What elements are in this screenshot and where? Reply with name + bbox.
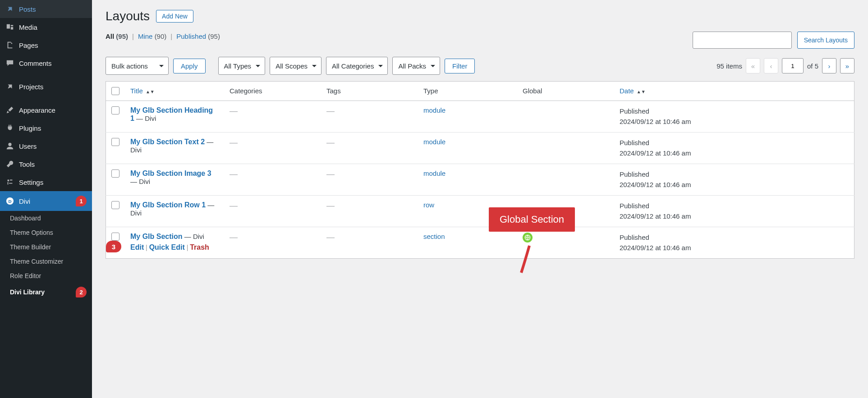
types-select[interactable]: All Types (218, 57, 266, 75)
sidebar-item-settings[interactable]: Settings (0, 173, 92, 191)
sidebar-item-comments[interactable]: Comments (0, 54, 92, 72)
date-cell: Published2024/09/12 at 10:46 am (614, 227, 854, 259)
col-tags: Tags (321, 82, 418, 101)
comment-icon (5, 59, 14, 68)
trash-link[interactable]: Trash (190, 243, 209, 251)
sidebar-label: Appearance (19, 106, 55, 114)
sidebar-label: Projects (19, 83, 43, 91)
empty-dash: — (230, 169, 238, 178)
svg-point-0 (8, 143, 11, 146)
submenu-theme-options[interactable]: Theme Options (0, 225, 92, 240)
pin-icon (5, 82, 14, 91)
sidebar-label: Plugins (19, 124, 41, 132)
table-row: My Glb Section Image 3 — Divi — — module… (106, 164, 854, 196)
bulk-actions-select[interactable]: Bulk actions (106, 57, 169, 75)
submenu-theme-builder[interactable]: Theme Builder (0, 240, 92, 254)
sidebar-item-pages[interactable]: Pages (0, 36, 92, 54)
annotation-badge-3: 3 (106, 241, 121, 252)
divi-icon: D (5, 197, 14, 206)
row-title-link[interactable]: My Glb Section (130, 233, 183, 240)
categories-select[interactable]: All Categories (326, 57, 388, 75)
date-cell: Published2024/09/12 at 10:46 am (614, 164, 854, 196)
sidebar-label: Settings (19, 178, 43, 186)
sidebar-label: Tools (19, 160, 35, 168)
col-type: Type (418, 82, 517, 101)
sidebar-item-media[interactable]: Media (0, 18, 92, 36)
search-input[interactable] (693, 32, 792, 49)
plug-icon (5, 124, 14, 133)
filter-published[interactable]: Published (95) (176, 32, 220, 40)
type-link[interactable]: row (423, 201, 434, 209)
sidebar-item-appearance[interactable]: Appearance (0, 101, 92, 119)
submenu-divi-library[interactable]: Divi Library 2 (0, 283, 92, 301)
date-cell: Published2024/09/12 at 10:46 am (614, 133, 854, 164)
sidebar-item-divi[interactable]: D Divi 1 (0, 191, 92, 211)
sort-icon: ▲▼ (146, 89, 155, 94)
pin-icon (5, 5, 14, 14)
wrench-icon (5, 160, 14, 169)
callout-arrow-icon (516, 243, 543, 279)
row-title-link[interactable]: My Glb Section Text 2 (130, 138, 205, 146)
sidebar-label: Media (19, 23, 37, 31)
search-button[interactable]: Search Layouts (797, 32, 854, 49)
submenu-theme-customizer[interactable]: Theme Customizer (0, 254, 92, 269)
prev-page-button[interactable]: ‹ (764, 58, 778, 73)
filter-mine[interactable]: Mine (90) (138, 32, 166, 40)
quick-edit-link[interactable]: Quick Edit (149, 243, 185, 251)
page-title: Layouts (106, 9, 150, 23)
sidebar-item-projects[interactable]: Projects (0, 78, 92, 96)
sort-icon: ▲▼ (637, 89, 646, 94)
annotation-badge-1: 1 (76, 196, 87, 206)
edit-link[interactable]: Edit (130, 243, 144, 251)
row-checkbox[interactable] (111, 201, 119, 209)
packs-select[interactable]: All Packs (392, 57, 440, 75)
row-checkbox[interactable] (111, 106, 119, 114)
scopes-select[interactable]: All Scopes (270, 57, 321, 75)
first-page-button[interactable]: « (746, 58, 760, 73)
row-title-link[interactable]: My Glb Section Row 1 (130, 201, 206, 209)
empty-dash: — (326, 233, 335, 242)
filter-button[interactable]: Filter (445, 59, 475, 73)
brush-icon (5, 105, 14, 114)
row-checkbox[interactable] (111, 138, 119, 146)
select-all-checkbox[interactable] (111, 87, 119, 95)
admin-sidebar: Posts Media Pages Comments Projects Appe… (0, 0, 92, 398)
col-global: Global (517, 82, 614, 101)
apply-button[interactable]: Apply (173, 59, 206, 73)
row-title-link[interactable]: My Glb Section Image 3 (130, 169, 211, 177)
sidebar-label: Posts (19, 5, 36, 13)
add-new-button[interactable]: Add New (156, 10, 193, 23)
submenu-role-editor[interactable]: Role Editor (0, 269, 92, 283)
type-link[interactable]: module (423, 138, 445, 146)
row-actions: Edit | Quick Edit | Trash (130, 243, 219, 252)
row-checkbox[interactable] (111, 169, 119, 178)
items-count: 95 items (716, 62, 742, 70)
sidebar-label: Comments (19, 59, 52, 67)
page-input[interactable] (782, 58, 804, 73)
table-row: My Glb Section Heading 1 — Divi — — modu… (106, 101, 854, 133)
globe-icon (523, 233, 533, 242)
callout-global-section: Global Section (489, 207, 575, 232)
table-row: 3 My Glb Section — Divi Edit | Quick Edi… (106, 227, 854, 259)
col-title[interactable]: Title ▲▼ (125, 82, 224, 101)
sidebar-item-posts[interactable]: Posts (0, 0, 92, 18)
settings-icon (5, 178, 14, 187)
empty-dash: — (326, 106, 335, 115)
sidebar-item-tools[interactable]: Tools (0, 155, 92, 173)
col-date[interactable]: Date ▲▼ (614, 82, 854, 101)
main-content: Layouts Add New All (95) | Mine (90) | P… (92, 0, 868, 398)
next-page-button[interactable]: › (822, 58, 836, 73)
type-link[interactable]: module (423, 106, 445, 114)
type-link[interactable]: module (423, 169, 445, 177)
page-icon (5, 41, 14, 50)
annotation-badge-2: 2 (76, 287, 87, 297)
col-categories: Categories (224, 82, 321, 101)
last-page-button[interactable]: » (840, 58, 854, 73)
filter-all[interactable]: All (95) (106, 32, 128, 40)
filter-links: All (95) | Mine (90) | Published (95) (106, 32, 220, 40)
submenu-dashboard[interactable]: Dashboard (0, 211, 92, 225)
sidebar-item-plugins[interactable]: Plugins (0, 119, 92, 137)
empty-dash: — (326, 169, 335, 178)
type-link[interactable]: section (423, 233, 445, 240)
sidebar-item-users[interactable]: Users (0, 137, 92, 155)
